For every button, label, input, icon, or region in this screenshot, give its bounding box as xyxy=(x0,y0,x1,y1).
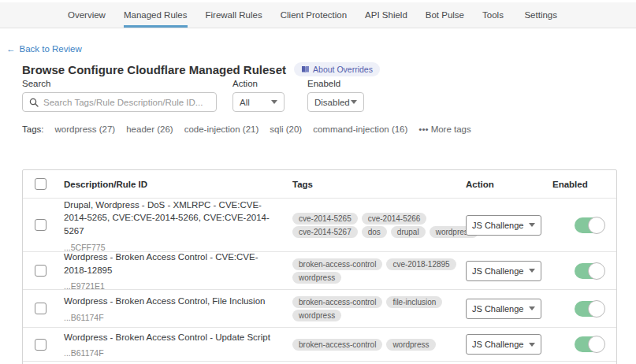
tab-client-protection[interactable]: Client Protection xyxy=(281,2,347,28)
action-filter: Action All xyxy=(232,79,285,112)
select-all-checkbox[interactable] xyxy=(35,178,46,190)
tag-pill: cve-2014-5267 xyxy=(292,226,358,238)
page-heading-row: Browse Configure Cloudflare Managed Rule… xyxy=(22,62,380,76)
back-arrow-icon: ← xyxy=(6,44,16,54)
tab-firewall-rules[interactable]: Firewall Rules xyxy=(206,2,262,28)
tag-pill: wordpress xyxy=(292,272,341,284)
table-row: Wordpress - Broken Access Control - Upda… xyxy=(23,328,616,362)
managed-rules-table: Description/Rule ID Tags Action Enabled … xyxy=(22,169,617,364)
book-icon xyxy=(301,65,310,73)
action-select[interactable]: All xyxy=(232,92,285,112)
table-row: Wordpress - Broken Access Control - CVE:… xyxy=(23,252,616,290)
enabled-toggle[interactable] xyxy=(575,301,604,317)
header-action: Action xyxy=(466,180,552,189)
enabled-toggle[interactable] xyxy=(575,217,604,233)
row-checkbox[interactable] xyxy=(35,219,46,231)
row-checkbox[interactable] xyxy=(35,339,46,351)
search-label: Search xyxy=(22,79,217,88)
more-tags-button[interactable]: ••• More tags xyxy=(418,124,470,134)
row-checkbox[interactable] xyxy=(35,265,46,277)
chevron-down-icon xyxy=(529,223,535,227)
chevron-down-icon xyxy=(271,100,277,104)
action-label: Action xyxy=(232,79,285,88)
enabled-toggle[interactable] xyxy=(575,336,604,352)
tag-pill: broken-access-control xyxy=(292,296,382,308)
about-overrides-badge[interactable]: About Overrides xyxy=(294,62,380,76)
enabled-label: Enabeld xyxy=(307,79,364,88)
header-tags: Tags xyxy=(292,180,466,189)
table-row: Wordpress - Broken Access Control, File … xyxy=(23,290,616,328)
table-header-row: Description/Rule ID Tags Action Enabled xyxy=(23,170,616,199)
nav-tabs: Overview Managed Rules Firewall Rules Cl… xyxy=(68,2,504,28)
tag-filter-code-injection[interactable]: code-injection (21) xyxy=(184,124,259,134)
tag-pill: dos xyxy=(362,226,387,238)
header-enabled: Enabled xyxy=(552,180,616,189)
tab-tools[interactable]: Tools xyxy=(482,2,504,28)
rule-id: ...E9721E1 xyxy=(64,281,278,291)
action-dropdown-value: JS Challenge xyxy=(472,340,523,349)
chevron-down-icon xyxy=(351,100,357,104)
rule-description: Wordpress - Broken Access Control, File … xyxy=(64,295,278,308)
tag-pill: cve-2018-12895 xyxy=(386,258,456,270)
chevron-down-icon xyxy=(529,343,535,347)
tab-overview[interactable]: Overview xyxy=(68,2,106,28)
rule-id: ...B61174F xyxy=(64,313,278,322)
tag-pill: wordpress xyxy=(292,310,341,321)
tag-pill: broken-access-control xyxy=(292,258,382,270)
page-title: Browse Configure Cloudflare Managed Rule… xyxy=(22,63,286,76)
action-select-value: All xyxy=(240,98,250,107)
tag-pill: cve-2014-5266 xyxy=(362,213,427,225)
action-dropdown-value: JS Challenge xyxy=(472,266,523,276)
tab-settings[interactable]: Settings xyxy=(524,2,557,28)
search-box xyxy=(22,92,217,112)
row-checkbox[interactable] xyxy=(35,303,46,314)
rule-description: Wordpress - Broken Access Control - Upda… xyxy=(64,331,278,344)
tag-filter-command-injection[interactable]: command-injection (16) xyxy=(313,124,407,134)
action-dropdown[interactable]: JS Challenge xyxy=(466,299,541,319)
back-link-label: Back to Review xyxy=(20,44,82,54)
tag-pill: wordpress xyxy=(386,339,435,351)
enabled-select-value: Disabled xyxy=(314,98,350,107)
tag-pill: file-inclusion xyxy=(386,296,442,308)
search-filter: Search xyxy=(22,79,217,112)
action-dropdown-value: JS Challenge xyxy=(472,221,523,230)
toggle-knob xyxy=(588,300,605,318)
chevron-down-icon xyxy=(529,306,535,310)
toggle-knob xyxy=(588,217,605,234)
rule-description: Drupal, Wordpress - DoS - XMLRPC - CVE:C… xyxy=(64,199,278,238)
toggle-knob xyxy=(588,262,605,280)
action-dropdown[interactable]: JS Challenge xyxy=(466,261,541,281)
enabled-toggle[interactable] xyxy=(575,263,604,279)
tag-pill: drupal xyxy=(391,226,426,238)
toggle-knob xyxy=(588,336,605,353)
action-dropdown[interactable]: JS Challenge xyxy=(466,215,541,236)
tag-pill: broken-access-control xyxy=(292,339,382,351)
action-dropdown[interactable]: JS Challenge xyxy=(466,334,541,355)
tag-filter-sqli[interactable]: sqli (20) xyxy=(270,124,302,134)
search-icon xyxy=(29,98,39,107)
tags-quick-filter-bar: Tags: wordpress (27) header (26) code-in… xyxy=(22,124,471,134)
about-overrides-label: About Overrides xyxy=(313,65,373,74)
tab-api-shield[interactable]: API Shield xyxy=(365,2,407,28)
top-navigation-bar: Overview Managed Rules Firewall Rules Cl… xyxy=(0,2,636,28)
tags-bar-label: Tags: xyxy=(22,124,44,134)
action-dropdown-value: JS Challenge xyxy=(472,304,523,314)
table-row: Drupal, Wordpress - DoS - XMLRPC - CVE:C… xyxy=(23,199,616,252)
rule-id: ...B61174F xyxy=(64,348,278,358)
search-input[interactable] xyxy=(43,98,210,107)
back-to-review-link[interactable]: ← Back to Review xyxy=(6,44,82,54)
header-description: Description/Rule ID xyxy=(64,180,292,189)
tag-pill: cve-2014-5265 xyxy=(292,213,358,225)
tag-filter-wordpress[interactable]: wordpress (27) xyxy=(55,124,116,134)
tag-filter-header[interactable]: header (26) xyxy=(126,124,173,134)
tab-bot-pulse[interactable]: Bot Pulse xyxy=(426,2,464,28)
enabled-select[interactable]: Disabled xyxy=(307,92,364,112)
chevron-down-icon xyxy=(529,269,535,273)
tab-managed-rules[interactable]: Managed Rules xyxy=(124,2,188,28)
rule-description: Wordpress - Broken Access Control - CVE:… xyxy=(64,251,278,277)
enabled-filter: Enabeld Disabled xyxy=(307,79,364,112)
